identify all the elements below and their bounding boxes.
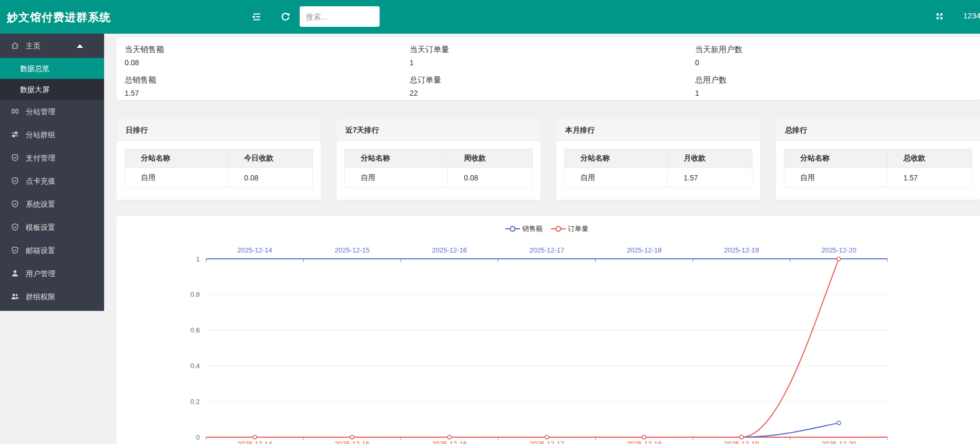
home-icon — [11, 42, 19, 49]
svg-text:0: 0 — [196, 433, 200, 441]
sidebar-subitem-data-screen[interactable]: 数据大屏 — [0, 79, 104, 100]
sidebar-item-label: 分站管理 — [26, 107, 55, 116]
refresh-icon[interactable] — [281, 12, 290, 22]
column-header: 周收款 — [448, 149, 533, 168]
ranking-card-month: 本月排行 分站名称 月收款 自用 1.57 — [556, 119, 760, 200]
sidebar-item-group-permissions[interactable]: 群组权限 — [0, 285, 104, 308]
column-header: 分站名称 — [784, 149, 887, 168]
column-header: 总收款 — [887, 149, 972, 168]
svg-text:2025-12-16: 2025-12-16 — [432, 246, 467, 254]
column-header: 分站名称 — [345, 149, 448, 168]
sidebar-item-label: 邮箱设置 — [26, 246, 55, 255]
sales-orders-chart-card: 销售额订单量 00.20.40.60.812025-12-142025-12-1… — [117, 216, 980, 444]
stat-label: 当天销售额 — [125, 44, 410, 55]
sidebar-item-substation-manage[interactable]: 分站管理 — [0, 100, 104, 123]
svg-text:2025-12-15: 2025-12-15 — [334, 440, 370, 444]
column-header: 分站名称 — [565, 149, 668, 168]
sidebar-item-label: 主页 — [26, 42, 40, 50]
stat-cell: 当天订单量 1 — [410, 44, 695, 68]
sidebar-item-user-manage[interactable]: 用户管理 — [0, 262, 104, 285]
stat-value: 1 — [695, 88, 980, 98]
svg-text:2025-12-18: 2025-12-18 — [627, 246, 662, 254]
chevron-up-icon — [77, 44, 83, 48]
fullscreen-icon[interactable] — [935, 12, 944, 21]
cell-amount: 1.57 — [887, 168, 972, 188]
svg-text:2025-12-17: 2025-12-17 — [529, 246, 565, 254]
table-row[interactable]: 自用 0.08 — [125, 168, 313, 188]
shield-check-icon — [11, 154, 19, 162]
sidebar: 主页 数据总览 数据大屏 分站管理 分站群组 支付管理 点卡充值 — [0, 34, 104, 311]
table-row[interactable]: 自用 0.08 — [345, 168, 533, 188]
sidebar-item-template-settings[interactable]: 模板设置 — [0, 216, 104, 239]
sidebar-item-payment[interactable]: 支付管理 — [0, 146, 104, 169]
sidebar-item-card-recharge[interactable]: 点卡充值 — [0, 169, 104, 193]
cell-site-name: 自用 — [345, 168, 448, 188]
ranking-card-title: 总排行 — [776, 119, 980, 141]
svg-text:2025-12-18: 2025-12-18 — [627, 440, 662, 444]
column-header: 月收款 — [668, 149, 752, 168]
stat-label: 总用户数 — [695, 75, 980, 85]
shield-check-icon — [11, 223, 19, 231]
stat-cell: 总订单量 22 — [410, 75, 695, 100]
sidebar-item-substation-groups[interactable]: 分站群组 — [0, 123, 104, 146]
users-icon — [11, 292, 19, 300]
cell-amount: 0.08 — [448, 168, 533, 188]
svg-text:2025-12-19: 2025-12-19 — [724, 440, 759, 444]
stat-label: 当天订单量 — [410, 44, 695, 55]
shield-check-icon — [11, 246, 19, 254]
stat-value: 1 — [410, 57, 695, 68]
column-header: 分站名称 — [125, 149, 228, 168]
stat-cell: 当天销售额 0.08 — [125, 44, 410, 68]
svg-text:2025-12-20: 2025-12-20 — [821, 246, 856, 254]
svg-text:2025-12-20: 2025-12-20 — [821, 440, 856, 444]
table-row[interactable]: 自用 1.57 — [565, 168, 752, 188]
search-input[interactable] — [300, 6, 380, 27]
ranking-table: 分站名称 周收款 自用 0.08 — [344, 149, 533, 188]
sidebar-item-system-settings[interactable]: 系统设置 — [0, 193, 104, 216]
cell-amount: 1.57 — [668, 168, 752, 188]
svg-text:2025-12-19: 2025-12-19 — [724, 246, 759, 254]
stat-cell: 当天新用户数 0 — [695, 44, 980, 68]
table-row[interactable]: 自用 1.57 — [784, 168, 972, 188]
sales-orders-line-chart[interactable]: 00.20.40.60.812025-12-142025-12-142025-1… — [117, 216, 980, 444]
sidebar-item-label: 模板设置 — [26, 223, 55, 231]
svg-text:0.2: 0.2 — [190, 398, 200, 406]
sliders-icon — [11, 130, 19, 138]
stat-value: 22 — [410, 88, 695, 98]
stat-value: 0 — [695, 57, 980, 68]
svg-text:0.8: 0.8 — [190, 290, 200, 298]
stat-label: 当天新用户数 — [695, 44, 980, 55]
ranking-table: 分站名称 总收款 自用 1.57 — [784, 149, 972, 188]
svg-text:2025-12-17: 2025-12-17 — [529, 440, 565, 444]
sidebar-subitem-data-overview[interactable]: 数据总览 — [0, 58, 104, 79]
subitem-label: 数据总览 — [20, 64, 49, 73]
svg-text:2025-12-16: 2025-12-16 — [432, 440, 467, 444]
shield-check-icon — [11, 200, 19, 208]
ranking-card-title: 本月排行 — [556, 119, 760, 141]
cell-site-name: 自用 — [125, 168, 228, 188]
sidebar-item-home[interactable]: 主页 — [0, 34, 104, 58]
svg-text:0.6: 0.6 — [190, 326, 200, 334]
sidebar-item-label: 支付管理 — [26, 154, 55, 162]
stat-cell: 总销售额 1.57 — [125, 75, 410, 100]
ranking-card-total: 总排行 分站名称 总收款 自用 1.57 — [776, 119, 980, 200]
ranking-card-title: 日排行 — [117, 119, 321, 141]
column-header: 今日收款 — [228, 149, 313, 168]
stat-value: 0.08 — [125, 57, 410, 68]
ranking-card-title: 近7天排行 — [336, 119, 540, 141]
sidebar-item-mail-settings[interactable]: 邮箱设置 — [0, 239, 104, 262]
stat-cell: 总用户数 1 — [695, 75, 980, 100]
ranking-card-daily: 日排行 分站名称 今日收款 自用 0.08 — [117, 119, 321, 200]
ranking-card-week: 近7天排行 分站名称 周收款 自用 0.08 — [336, 119, 540, 200]
username-label[interactable]: 12345 — [963, 11, 980, 20]
shield-check-icon — [11, 177, 19, 185]
collapse-menu-icon[interactable] — [251, 13, 261, 21]
cell-site-name: 自用 — [784, 168, 887, 188]
cell-site-name: 自用 — [565, 168, 668, 188]
sidebar-item-label: 群组权限 — [26, 292, 55, 301]
columns-icon — [11, 107, 19, 115]
stat-value: 1.57 — [125, 88, 410, 98]
app-header: 妙文馆付费进群系统 12345 — [0, 0, 980, 34]
sidebar-item-label: 分站群组 — [26, 130, 55, 139]
app-title: 妙文馆付费进群系统 — [7, 10, 111, 25]
